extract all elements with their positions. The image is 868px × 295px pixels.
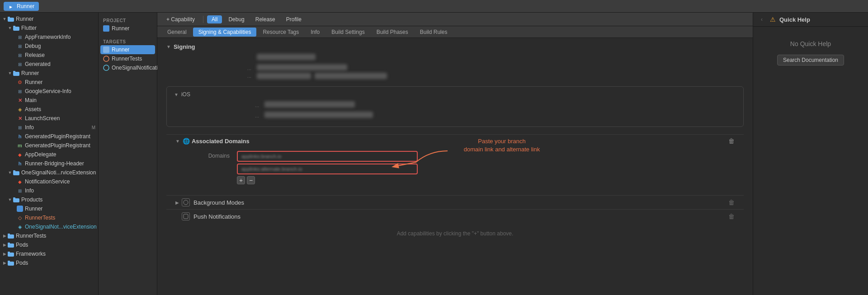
ios-blurred-2 (264, 112, 373, 118)
tree-runner-app[interactable]: Runner (0, 204, 98, 213)
tree-runnertests-app[interactable]: ◇ RunnerTests (0, 213, 98, 222)
nav-runner-target[interactable]: Runner (100, 45, 155, 54)
debug-filter-btn[interactable]: Debug (224, 15, 249, 23)
h-icon-genplugin: h (16, 133, 24, 140)
tree-appdelegate[interactable]: ◆ AppDelegate (0, 150, 98, 159)
signing-value-3 (257, 73, 735, 79)
products-label: Products (21, 197, 42, 203)
nav-runnertests-target[interactable]: RunnerTests (99, 54, 157, 63)
profile-filter-btn[interactable]: Profile (282, 15, 306, 23)
app-icon-runner (16, 205, 24, 212)
signing-row-1 (166, 54, 744, 61)
svg-rect-20 (8, 262, 14, 266)
runner-project-icon (103, 25, 109, 32)
ios-section-header: ▼ iOS (174, 91, 736, 98)
runnertests-target-icon (103, 56, 109, 62)
file-tree: ▼ Runner ▼ Flutter ⊞ AppFrameworkInfo ⊞ … (0, 13, 99, 295)
ios-chevron[interactable]: ▼ (174, 92, 179, 97)
tab-signing[interactable]: Signing & Capabilities (193, 28, 257, 37)
signing-section: ▼ Signing ... ... (166, 43, 744, 79)
annotation-line2: domain link and alternate link (464, 146, 540, 153)
tree-runnertests-group[interactable]: ▶ RunnerTests (0, 231, 98, 240)
asset-icon: ◈ (16, 106, 24, 113)
genplugin-h-label: GeneratedPluginRegistrant (25, 133, 90, 140)
domain-remove-btn[interactable]: − (247, 176, 255, 184)
tab-build-rules[interactable]: Build Rules (415, 28, 453, 37)
tree-frameworks[interactable]: ▶ Frameworks (0, 249, 98, 258)
main-content: ▼ Signing ... ... (157, 38, 753, 295)
tree-info2[interactable]: ⊞ Info (0, 186, 98, 195)
search-documentation-btn[interactable]: Search Documentation (777, 55, 844, 66)
tab-build-settings[interactable]: Build Settings (326, 28, 370, 37)
tree-flutter[interactable]: ▼ Flutter (0, 23, 98, 33)
tree-pods2[interactable]: ▶ Pods (0, 258, 98, 267)
svg-rect-14 (8, 234, 14, 239)
tree-appframeworkinfo[interactable]: ⊞ AppFrameworkInfo (0, 33, 98, 42)
tree-genplugin-h[interactable]: h GeneratedPluginRegistrant (0, 132, 98, 141)
runnertests-group-label: RunnerTests (16, 233, 46, 239)
nav-runner-project[interactable]: Runner (99, 24, 157, 33)
domains-body: Domains applinks:branch.io applinks:alte… (166, 147, 744, 188)
tree-runner-group[interactable]: ▼ Runner (0, 69, 98, 78)
tree-googleservice[interactable]: ⊞ GoogleService-Info (0, 87, 98, 96)
svg-point-25 (104, 65, 109, 70)
add-capability-btn[interactable]: + Capability (162, 15, 199, 23)
tab-build-phases[interactable]: Build Phases (371, 28, 414, 37)
signing-chevron[interactable]: ▼ (166, 44, 171, 49)
ios-section-label: iOS (181, 91, 190, 98)
assets-label: Assets (25, 106, 41, 112)
appframeworkinfo-label: AppFrameworkInfo (25, 34, 71, 40)
tree-assets[interactable]: ◈ Assets (0, 105, 98, 114)
domains-delete-icon[interactable]: 🗑 (728, 137, 735, 145)
signing-value-2 (257, 64, 735, 72)
tree-generated[interactable]: ⊞ Generated (0, 60, 98, 69)
folder-icon-frameworks (7, 250, 14, 258)
ios-blurred-1 (264, 101, 355, 108)
nav-onesignal-target-label: OneSignalNotificati... (112, 65, 162, 71)
nav-runner-target-label: Runner (112, 47, 129, 53)
svg-rect-9 (13, 171, 19, 175)
runner-tab[interactable]: ▶ Runner (4, 2, 39, 11)
runner-target-icon (103, 47, 109, 53)
quick-help-title: Quick Help (779, 16, 810, 23)
svg-rect-21 (8, 261, 10, 262)
background-modes-row[interactable]: ▶ Background Modes 🗑 (166, 195, 744, 209)
tree-pods[interactable]: ▶ Pods (0, 240, 98, 249)
nav-onesignal-target[interactable]: OneSignalNotificati... (99, 63, 157, 72)
tree-products[interactable]: ▼ Products (0, 195, 98, 204)
folder-icon-runner-group (13, 70, 20, 77)
tree-notificationservice[interactable]: ◆ NotificationService (0, 177, 98, 186)
tree-onesignal-ext[interactable]: ▼ OneSignalNoti...rviceExtension (0, 168, 98, 177)
runner-tab-icon: ▶ (8, 3, 14, 9)
tree-runner-root[interactable]: ▼ Runner (0, 14, 98, 23)
release-filter-btn[interactable]: Release (251, 15, 280, 23)
tree-genplugin-m[interactable]: m GeneratedPluginRegistrant (0, 141, 98, 150)
all-filter-btn[interactable]: All (207, 15, 222, 23)
launchscreen-label: LaunchScreen (25, 115, 60, 122)
tree-info[interactable]: ⊞ Info M (0, 123, 98, 132)
background-modes-delete-icon[interactable]: 🗑 (728, 199, 735, 206)
chevron-frameworks: ▶ (2, 251, 7, 257)
push-notifications-delete-icon[interactable]: 🗑 (728, 213, 735, 220)
svg-rect-11 (13, 198, 19, 202)
tab-general[interactable]: General (162, 28, 192, 37)
chevron-onesignal: ▼ (7, 170, 13, 175)
tree-debug[interactable]: ⊞ Debug (0, 42, 98, 51)
tab-resource-tags[interactable]: Resource Tags (257, 28, 304, 37)
tree-release[interactable]: ⊞ Release (0, 51, 98, 60)
genplugin-m-label: GeneratedPluginRegistrant (25, 142, 90, 149)
svg-point-24 (104, 56, 109, 61)
domain-add-btn[interactable]: + (237, 176, 245, 184)
info2-label: Info (25, 187, 34, 194)
tree-runner-swift[interactable]: ⚙ Runner (0, 78, 98, 87)
tab-info[interactable]: Info (305, 28, 325, 37)
tree-main[interactable]: ✕ Main (0, 96, 98, 105)
tree-runbridging[interactable]: h Runner-Bridging-Header (0, 159, 98, 168)
info-badge: M (92, 125, 95, 130)
qh-back-btn[interactable]: ‹ (758, 15, 766, 23)
tree-launchscreen[interactable]: ✕ LaunchScreen (0, 114, 98, 123)
push-notifications-row[interactable]: ▶ Push Notifications 🗑 (166, 209, 744, 223)
signing-value-1 (257, 54, 735, 61)
tree-onesignalnot-app[interactable]: ◈ OneSignalNot...viceExtension (0, 222, 98, 231)
runner-tab-label: Runner (17, 3, 34, 9)
